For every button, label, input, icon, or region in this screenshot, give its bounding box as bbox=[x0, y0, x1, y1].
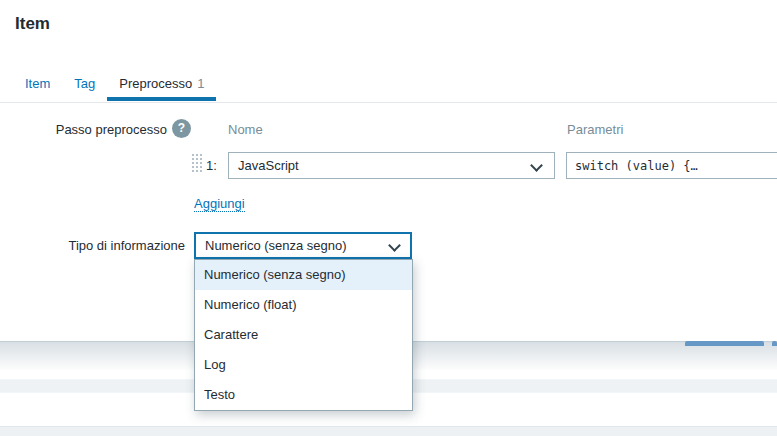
tab-item[interactable]: Item bbox=[13, 72, 62, 101]
dropdown-option-text[interactable]: Testo bbox=[195, 380, 412, 410]
column-header-parameters: Parametri bbox=[567, 122, 623, 137]
column-header-name: Nome bbox=[228, 122, 263, 137]
tab-tag[interactable]: Tag bbox=[62, 72, 107, 101]
dropdown-option-numeric-unsigned[interactable]: Numerico (senza segno) bbox=[195, 260, 412, 290]
step-index: 1: bbox=[206, 158, 217, 173]
help-icon[interactable]: ? bbox=[172, 119, 191, 138]
step-parameters-input[interactable] bbox=[566, 152, 777, 179]
background-table-row bbox=[0, 426, 777, 436]
dropdown-option-numeric-float[interactable]: Numerico (float) bbox=[195, 290, 412, 320]
background-blue-button-edge bbox=[772, 341, 777, 346]
step-name-value: JavaScript bbox=[238, 158, 299, 173]
info-type-select[interactable]: Numerico (senza segno) bbox=[194, 232, 412, 259]
background-blue-button bbox=[685, 341, 764, 346]
chevron-down-icon bbox=[388, 239, 401, 252]
step-name-select[interactable]: JavaScript bbox=[228, 152, 555, 179]
info-type-dropdown: Numerico (senza segno) Numerico (float) … bbox=[194, 259, 413, 411]
tab-preprocessing-label: Preprocesso bbox=[119, 76, 192, 91]
drag-handle-icon[interactable] bbox=[191, 153, 202, 172]
add-step-link[interactable]: Aggiungi bbox=[194, 196, 245, 212]
info-type-label: Tipo di informazione bbox=[0, 238, 185, 253]
item-dialog: Item Item Tag Preprocesso1 Passo preproc… bbox=[0, 0, 777, 436]
tab-preprocessing[interactable]: Preprocesso1 bbox=[107, 72, 216, 101]
tab-bar: Item Tag Preprocesso1 bbox=[13, 72, 216, 101]
tabs-divider bbox=[0, 102, 777, 103]
info-type-selected-value: Numerico (senza segno) bbox=[205, 238, 347, 253]
page-title: Item bbox=[15, 14, 50, 34]
tab-preprocessing-count: 1 bbox=[197, 76, 204, 91]
dropdown-option-character[interactable]: Carattere bbox=[195, 320, 412, 350]
chevron-down-icon bbox=[530, 159, 543, 172]
dropdown-option-log[interactable]: Log bbox=[195, 350, 412, 380]
preprocessing-label: Passo preprocesso bbox=[0, 122, 167, 137]
